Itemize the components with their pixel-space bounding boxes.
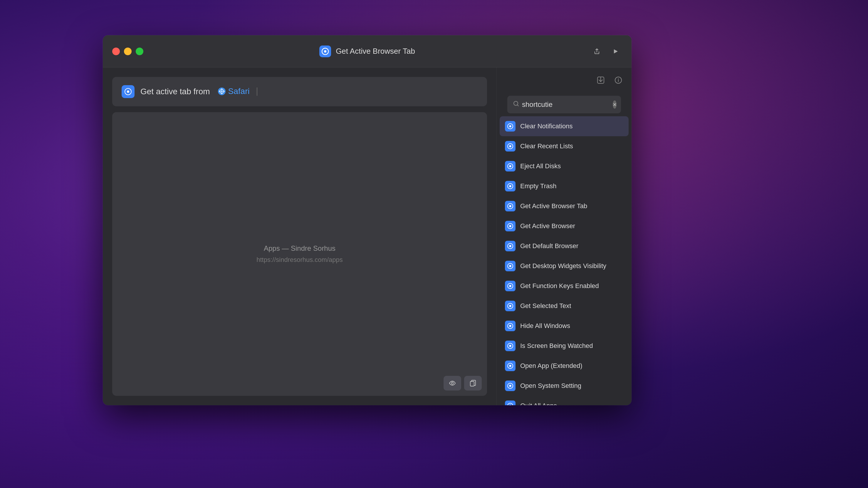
maximize-button[interactable] (136, 47, 143, 55)
svg-point-14 (509, 145, 512, 148)
list-item-icon (505, 301, 516, 311)
list-item[interactable]: Open App (Extended) (500, 356, 629, 376)
svg-point-5 (452, 382, 454, 384)
list-item-label: Get Function Keys Enabled (520, 282, 599, 290)
svg-point-1 (324, 50, 327, 53)
list-item[interactable]: Eject All Disks (500, 156, 629, 176)
window-app-icon (319, 45, 331, 57)
list-item[interactable]: Open System Setting (500, 376, 629, 396)
list-item-label: Open App (Extended) (520, 362, 583, 370)
svg-point-28 (509, 285, 512, 287)
titlebar-actions (590, 45, 622, 58)
search-box: ✕ (507, 96, 621, 113)
list-item[interactable]: Get Active Browser (500, 216, 629, 236)
list-item[interactable]: Get Active Browser Tab (500, 196, 629, 216)
svg-point-3 (127, 91, 129, 93)
list-item-icon (505, 161, 516, 171)
list-item-icon (505, 141, 516, 152)
search-input[interactable] (522, 100, 610, 109)
list-item[interactable]: Clear Notifications (500, 116, 629, 136)
svg-point-30 (509, 305, 512, 307)
list-item-icon (505, 381, 516, 391)
action-icon (122, 85, 134, 98)
list-item-label: Get Desktop Widgets Visibility (520, 262, 606, 270)
window-title-area: Get Active Browser Tab (319, 45, 415, 57)
sidebar-controls (497, 68, 631, 88)
svg-point-26 (509, 265, 512, 267)
list-item-icon (505, 281, 516, 291)
svg-point-40 (509, 405, 512, 405)
sidebar-save-button[interactable] (593, 73, 608, 88)
list-item[interactable]: Empty Trash (500, 176, 629, 196)
list-item-label: Is Screen Being Watched (520, 342, 593, 350)
list-item[interactable]: Hide All Windows (500, 316, 629, 336)
sidebar-info-button[interactable] (611, 73, 626, 88)
run-button[interactable] (609, 45, 622, 58)
text-cursor (257, 88, 257, 96)
list-item-label: Get Active Browser Tab (520, 202, 587, 210)
copy-button[interactable] (464, 376, 482, 391)
svg-point-36 (509, 365, 512, 367)
search-icon (513, 101, 519, 108)
list-item[interactable]: Get Default Browser (500, 236, 629, 256)
close-button[interactable] (112, 47, 120, 55)
svg-rect-6 (470, 382, 474, 386)
list-item-icon (505, 241, 516, 251)
safari-icon (218, 87, 226, 95)
list-item[interactable]: Get Function Keys Enabled (500, 276, 629, 296)
list-item-label: Open System Setting (520, 382, 581, 390)
svg-point-24 (509, 245, 512, 247)
traffic-lights (112, 47, 143, 55)
svg-point-16 (509, 165, 512, 167)
sidebar-list: Clear NotificationsClear Recent ListsEje… (497, 113, 631, 405)
svg-point-32 (509, 325, 512, 327)
list-item[interactable]: Clear Recent Lists (500, 136, 629, 156)
list-item-icon (505, 221, 516, 231)
list-item-label: Clear Recent Lists (520, 142, 573, 150)
svg-point-38 (509, 385, 512, 387)
list-item-label: Empty Trash (520, 182, 556, 190)
list-item-icon (505, 400, 516, 405)
titlebar: Get Active Browser Tab (103, 35, 631, 68)
svg-point-34 (509, 345, 512, 347)
list-item-icon (505, 361, 516, 371)
main-panel: Get active tab from Safari (103, 68, 496, 405)
search-wrapper: ✕ (497, 88, 631, 113)
svg-point-22 (509, 225, 512, 227)
svg-point-12 (509, 125, 512, 127)
list-item-label: Get Selected Text (520, 302, 571, 310)
list-item-icon (505, 201, 516, 212)
list-item[interactable]: Quit All Apps (500, 396, 629, 405)
action-label: Get active tab from (141, 87, 210, 96)
browser-label: Safari (228, 87, 250, 96)
main-window: Get Active Browser Tab (103, 35, 631, 405)
list-item-icon (505, 321, 516, 331)
share-button[interactable] (590, 45, 603, 58)
list-item-label: Get Default Browser (520, 242, 578, 250)
output-card: Apps — Sindre Sorhus https://sindresorhu… (112, 112, 487, 396)
list-item[interactable]: Get Selected Text (500, 296, 629, 316)
window-content: Get active tab from Safari (103, 68, 631, 405)
list-item-icon (505, 261, 516, 271)
sidebar: ✕ Clear NotificationsClear Recent ListsE… (496, 68, 631, 405)
list-item-label: Get Active Browser (520, 222, 575, 230)
window-title: Get Active Browser Tab (336, 47, 415, 56)
action-card: Get active tab from Safari (112, 77, 487, 106)
search-clear-button[interactable]: ✕ (613, 100, 617, 109)
minimize-button[interactable] (124, 47, 132, 55)
svg-point-20 (509, 205, 512, 207)
browser-tag[interactable]: Safari (218, 87, 250, 96)
output-actions (443, 376, 482, 391)
output-url: https://sindresorhus.com/apps (256, 256, 342, 264)
list-item-icon (505, 181, 516, 191)
list-item-label: Quit All Apps (520, 402, 557, 405)
list-item[interactable]: Is Screen Being Watched (500, 336, 629, 356)
list-item-label: Clear Notifications (520, 123, 573, 130)
list-item[interactable]: Get Desktop Widgets Visibility (500, 256, 629, 276)
svg-point-9 (618, 78, 619, 79)
output-title: Apps — Sindre Sorhus (264, 244, 336, 253)
list-item-icon (505, 340, 516, 351)
list-item-icon (505, 121, 516, 132)
list-item-label: Eject All Disks (520, 162, 561, 170)
eye-button[interactable] (443, 376, 461, 391)
